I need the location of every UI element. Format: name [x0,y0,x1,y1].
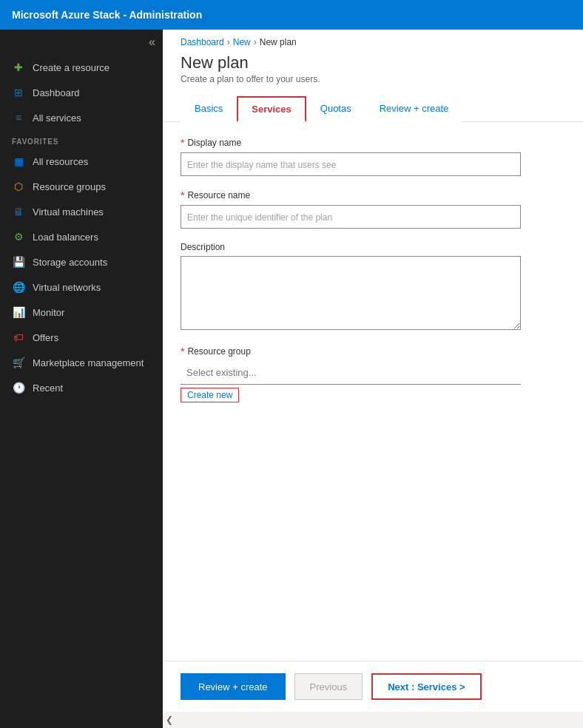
load-balancers-icon: ⚙ [12,230,25,243]
dashboard-icon: ⊞ [12,86,25,99]
resource-name-label-text: Resource name [187,190,250,200]
sidebar-item-label: Virtual machines [33,206,104,218]
all-services-icon: ≡ [12,111,25,124]
sidebar-item-load-balancers[interactable]: ⚙ Load balancers [0,224,163,249]
virtual-networks-icon: 🌐 [12,280,25,294]
resource-group-label: * Resource group [181,346,565,357]
sidebar-item-label: Dashboard [33,87,80,98]
favorites-label: FAVORITES [0,130,163,149]
display-name-required: * [181,137,184,149]
footer: Review + create Previous Next : Services… [163,661,583,712]
recent-icon: 🕐 [12,381,25,394]
sidebar-item-label: All services [33,112,81,124]
breadcrumb-new[interactable]: New [233,37,251,47]
app-title: Microsoft Azure Stack - Administration [12,9,202,21]
previous-button: Previous [294,673,363,700]
breadcrumb: Dashboard › New › New plan [163,30,583,47]
resource-groups-icon: ⬡ [12,180,25,193]
sidebar-item-all-resources[interactable]: ▦ All resources [0,149,163,174]
description-label-text: Description [181,242,225,252]
sidebar-item-virtual-machines[interactable]: 🖥 Virtual machines [0,199,163,224]
resource-group-label-text: Resource group [187,346,250,357]
breadcrumb-sep2: › [254,37,257,47]
sidebar-item-label: Load balancers [33,232,98,243]
sidebar-item-recent[interactable]: 🕐 Recent [0,375,163,400]
breadcrumb-sep1: › [227,37,230,47]
sidebar-item-monitor[interactable]: 📊 Monitor [0,300,163,325]
sidebar-item-label: Storage accounts [33,257,107,268]
display-name-label: * Display name [181,137,565,149]
display-name-label-text: Display name [187,138,241,148]
monitor-icon: 📊 [12,306,25,319]
sidebar-item-offers[interactable]: 🏷 Offers [0,325,163,350]
sidebar-item-label: Marketplace management [33,357,144,368]
create-resource-icon: ✚ [12,61,25,74]
resource-name-input[interactable] [181,205,521,229]
create-new-link[interactable]: Create new [181,388,239,402]
sidebar-item-virtual-networks[interactable]: 🌐 Virtual networks [0,274,163,300]
offers-icon: 🏷 [12,331,25,344]
sidebar-item-create-resource[interactable]: ✚ Create a resource [0,55,163,80]
sidebar-item-storage-accounts[interactable]: 💾 Storage accounts [0,249,163,274]
storage-accounts-icon: 💾 [12,255,25,269]
sidebar-item-all-services[interactable]: ≡ All services [0,105,163,130]
tabs-bar: Basics Services Quotas Review + create [163,96,583,122]
resource-group-field: * Resource group Create new [181,346,565,402]
resource-name-field: * Resource name [181,189,565,229]
sidebar-item-label: Recent [33,382,63,394]
sidebar-collapse-btn[interactable]: « [0,30,163,55]
sidebar-item-resource-groups[interactable]: ⬡ Resource groups [0,174,163,199]
sidebar-item-label: Virtual networks [33,282,101,293]
tab-quotas[interactable]: Quotas [306,96,365,122]
title-bar: Microsoft Azure Stack - Administration [0,0,583,30]
sidebar-item-label: Resource groups [33,181,106,192]
sidebar-item-dashboard[interactable]: ⊞ Dashboard [0,80,163,105]
main-layout: « ✚ Create a resource ⊞ Dashboard ≡ All … [0,30,583,728]
resource-group-required: * [181,346,184,357]
description-textarea[interactable] [181,256,521,330]
sidebar-item-marketplace-management[interactable]: 🛒 Marketplace management [0,350,163,375]
breadcrumb-dashboard[interactable]: Dashboard [181,37,224,47]
tab-basics[interactable]: Basics [181,96,237,122]
sidebar: « ✚ Create a resource ⊞ Dashboard ≡ All … [0,30,163,728]
tab-review-create[interactable]: Review + create [365,96,463,122]
review-create-button[interactable]: Review + create [181,673,286,700]
tab-services[interactable]: Services [237,96,306,122]
description-field: Description [181,242,565,332]
next-services-button[interactable]: Next : Services > [371,673,481,700]
resource-name-required: * [181,189,184,201]
collapse-icon: « [149,36,155,49]
breadcrumb-current: New plan [260,37,297,47]
resource-name-label: * Resource name [181,189,565,201]
display-name-field: * Display name [181,137,565,176]
page-title: New plan [181,53,565,73]
sidebar-item-label: Monitor [33,307,64,318]
description-label: Description [181,242,565,252]
page-header: New plan Create a plan to offer to your … [163,47,583,96]
sidebar-item-label: All resources [33,156,88,167]
page-subtitle: Create a plan to offer to your users. [181,74,565,84]
virtual-machines-icon: 🖥 [12,205,25,218]
form-area: * Display name * Resource name Descripti… [163,122,583,661]
marketplace-icon: 🛒 [12,356,25,369]
bottom-chevron-icon[interactable]: ❮ [166,715,173,725]
resource-group-input[interactable] [181,361,521,385]
sidebar-item-label: Offers [33,332,58,343]
bottom-bar: ❮ [163,712,583,728]
all-resources-icon: ▦ [12,155,25,168]
content-area: Dashboard › New › New plan New plan Crea… [163,30,583,728]
sidebar-item-label: Create a resource [33,62,109,73]
display-name-input[interactable] [181,152,521,176]
